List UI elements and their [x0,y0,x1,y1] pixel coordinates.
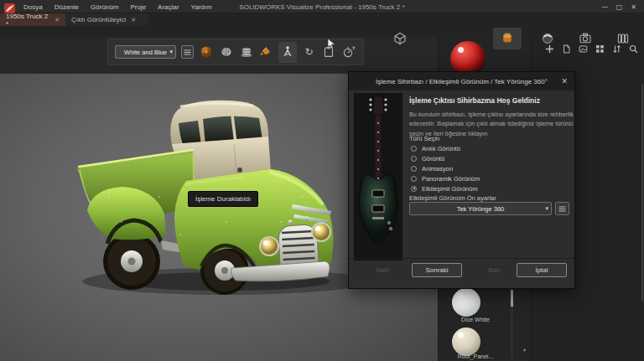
tab-close-icon[interactable]: ✕ [131,17,136,23]
brain-icon[interactable] [219,44,234,60]
paint-bucket-icon [501,32,514,45]
tab-close-icon[interactable]: ✕ [55,17,60,23]
menu-gorunum[interactable]: Görünüm [91,3,118,11]
back-button: Geri [357,263,408,277]
appearance-thumbnail-roof-panel[interactable] [452,327,480,356]
libraries-tab[interactable] [615,31,631,46]
tab-label: Çıktı Görüntüleyici [71,16,126,23]
chevron-down-icon: ▾ [170,49,174,55]
preset-list-button[interactable] [555,202,569,215]
appearance-preset-dropdown[interactable]: White and Blue ▾ [115,45,176,59]
cameras-tab[interactable] [578,31,593,46]
main-toolbar: White and Blue ▾ ↻ [0,37,438,74]
panel-edge-scrollbar[interactable] [641,84,643,302]
dialog-title: İşleme Sihirbazı / Etkileşimli Görünüm /… [376,78,548,85]
radio-label: Anlık Görüntü [422,145,460,152]
scroll-down-caret[interactable]: ▾ [523,347,526,353]
environments-tab[interactable] [540,31,555,46]
scrollbar-thumb[interactable] [511,290,513,307]
menu-araclar[interactable]: Araçlar [158,3,179,11]
render-wizard-dialog: İşleme Sihirbazı / Etkileşimli Görünüm /… [348,71,575,289]
guitar-illustration [354,93,402,260]
radio-option-interactive[interactable]: Etkileşimli Görünüm [411,183,562,193]
next-button[interactable]: Sonraki [412,263,462,277]
appearance-thumbnail-dice-white[interactable] [452,288,480,317]
maximize-button[interactable]: □ [612,1,626,13]
menu-yardim[interactable]: Yardım [190,3,211,11]
radio-circle [411,186,417,192]
preset-value: White and Blue [124,49,167,56]
tab-1950s-truck[interactable]: 1950s Truck 2 * ✕ [0,13,65,26]
tab-output-viewer[interactable]: Çıktı Görüntüleyici ✕ [65,13,148,26]
tab-label: 1950s Truck 2 * [6,13,49,28]
material-ball-icon[interactable] [199,44,214,60]
menu-proje[interactable]: Proje [130,3,146,11]
specular-highlight [458,332,464,338]
title-bar: Dosya Düzenle Görünüm Proje Araçlar Yard… [0,0,644,13]
tab-bar: 1950s Truck 2 * ✕ Çıktı Görüntüleyici ✕ [0,13,644,37]
dialog-title-bar[interactable]: İşleme Sihirbazı / Etkileşimli Görünüm /… [349,72,574,90]
window-controls: — □ ✕ [598,0,641,13]
radio-label: Panoramik Görünüm [422,175,480,183]
wizard-preview-image [354,93,402,260]
orbit-preset-value: Tek Yörünge 360 [457,205,505,213]
wizard-welcome-body: Bu kurulum sihirbazı, işleme çıktısı aya… [409,110,574,138]
palette-scrollbar[interactable] [511,288,513,358]
radio-label: Animasyon [422,165,453,173]
models-tab[interactable] [392,31,408,46]
specular-highlight [458,47,464,53]
interactive-preset-label: Etkileşimli Görünüm Ön ayarlar [409,194,496,202]
radio-option-snapshot[interactable]: Anlık Görüntü [411,143,562,153]
chevron-down-icon: ▾ [545,205,548,212]
finish-button: Son [469,263,519,277]
menu-bar: Dosya Düzenle Görünüm Proje Araçlar Yard… [23,0,212,13]
render-timer-icon[interactable] [341,44,356,60]
appearances-tab-selected[interactable] [493,28,522,49]
paint-bucket-icon[interactable] [258,44,273,60]
grid-view-button[interactable] [595,44,605,54]
preset-grid-button[interactable] [181,45,194,59]
render-tools-icon-selected[interactable] [278,42,297,63]
radio-label: Etkileşimli Görünüm [422,185,478,193]
minimize-button[interactable]: — [598,1,612,13]
radio-circle [411,176,417,182]
radio-label: Görüntü [422,155,444,162]
appearance-label: Roof_Panel... [439,353,512,359]
radio-circle [411,166,417,172]
menu-dosya[interactable]: Dosya [23,3,43,11]
cancel-button[interactable]: İptal [517,263,567,277]
layers-stack-icon[interactable] [239,44,254,60]
close-window-button[interactable]: ✕ [626,1,641,13]
radio-circle [411,156,417,162]
radio-circle [411,146,417,152]
type-select-label: Türü Seçin [409,135,439,142]
dialog-close-icon[interactable]: ✕ [561,72,568,90]
mouse-cursor-icon [327,37,335,52]
radio-option-image[interactable]: Görüntü [411,153,562,163]
solidworks-logo-icon [4,2,18,12]
wizard-welcome-heading: İşleme Çıktısı Sihirbazına Hoş Geldiniz [409,96,570,105]
render-paused-tooltip: İşleme Duraklatıldı [188,191,258,207]
app-window: { "icons": { "close_x": "✕", "minimize":… [0,0,644,361]
radio-option-panoramic[interactable]: Panoramik Görünüm [411,173,562,183]
appearance-label: Dice White [439,317,512,322]
appearance-toolbar-group: White and Blue ▾ ↻ [107,39,364,65]
specular-highlight [458,292,464,298]
radio-option-animation[interactable]: Animasyon [411,163,562,173]
turntable-rotate-icon[interactable]: ↻ [302,44,317,60]
orbit-preset-dropdown[interactable]: Tek Yörünge 360 ▾ [409,202,552,215]
dialog-separator [349,258,574,259]
import-file-button[interactable] [561,44,572,54]
menu-duzenle[interactable]: Düzenle [55,3,79,11]
